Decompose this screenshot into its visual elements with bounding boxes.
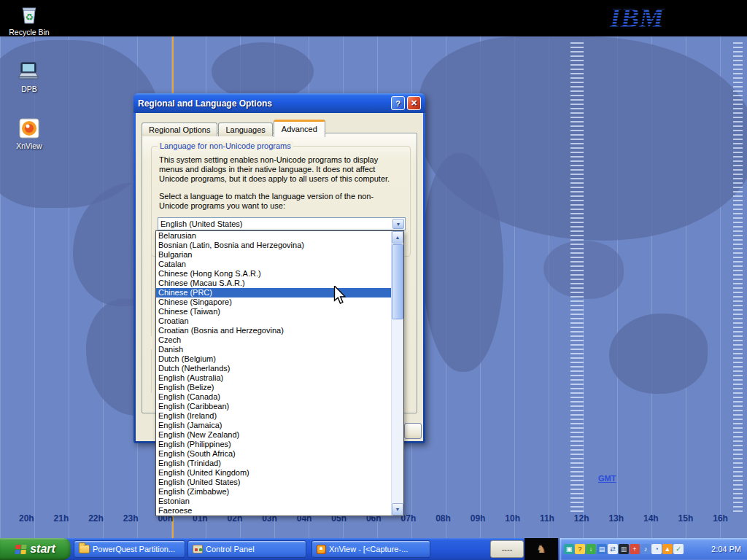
close-button[interactable]: ✕: [407, 96, 421, 110]
timezone-label: 15h: [678, 513, 694, 524]
timezone-label: 10h: [505, 513, 520, 524]
timezone-label: 11h: [540, 513, 554, 524]
tab-advanced[interactable]: Advanced: [274, 120, 325, 137]
list-item[interactable]: Dutch (Belgium): [156, 354, 391, 364]
tray-icon-9[interactable]: ◔: [651, 544, 662, 554]
list-item[interactable]: Chinese (Singapore): [156, 298, 391, 307]
taskbar-app-block[interactable]: ♞: [525, 538, 558, 560]
timezone-hatch-band: [733, 42, 743, 515]
xnview-icon: [18, 132, 40, 141]
groupbox-instruction: Select a language to match the language …: [159, 192, 401, 211]
list-item[interactable]: Catalan: [156, 260, 391, 269]
system-tray: ▣?↓▤⇄▥+♪◔▲✓ 2:04 PM: [559, 538, 747, 560]
timezone-label: 16h: [713, 513, 728, 524]
scroll-up-button[interactable]: ▲: [392, 231, 403, 244]
list-item[interactable]: English (South Africa): [156, 449, 391, 459]
desktop-icon-label: XnView: [6, 141, 53, 150]
taskbar: start PowerQuest Partition... Control Pa…: [0, 538, 747, 560]
list-item[interactable]: Chinese (PRC): [156, 288, 391, 298]
chevron-down-icon[interactable]: ▼: [392, 219, 404, 229]
list-item[interactable]: Belarusian: [156, 231, 391, 241]
list-item[interactable]: Croatian (Bosnia and Herzegovina): [156, 326, 391, 335]
timezone-label: 23h: [123, 513, 139, 524]
list-item[interactable]: English (Trinidad): [156, 459, 391, 468]
tab-strip: Regional Options Languages Advanced: [142, 120, 326, 136]
tab-regional-options[interactable]: Regional Options: [142, 122, 217, 136]
list-item[interactable]: English (New Zealand): [156, 430, 391, 440]
taskbar-clock: 2:04 PM: [707, 545, 741, 553]
start-button-label: start: [30, 542, 55, 556]
timezone-label: 20h: [19, 513, 34, 524]
list-item[interactable]: English (United Kingdom): [156, 468, 391, 478]
apply-button-fragment[interactable]: [404, 423, 422, 439]
tab-languages[interactable]: Languages: [218, 122, 272, 136]
groupbox-description: This system setting enables non-Unicode …: [159, 155, 401, 184]
dialog-title: Regional and Language Options: [138, 98, 272, 109]
tray-icon-1[interactable]: ▣: [564, 544, 574, 554]
list-item[interactable]: Dutch (Netherlands): [156, 364, 391, 373]
list-item[interactable]: English (United States): [156, 478, 391, 487]
svg-text:♻: ♻: [25, 12, 34, 23]
tray-icon-11[interactable]: ✓: [673, 544, 684, 554]
list-item[interactable]: Chinese (Taiwan): [156, 307, 391, 316]
list-item[interactable]: Bosnian (Latin, Bosnia and Herzegovina): [156, 241, 391, 250]
list-item[interactable]: English (Caribbean): [156, 402, 391, 411]
list-item[interactable]: Danish: [156, 345, 391, 354]
task-label: PowerQuest Partition...: [93, 545, 175, 553]
tray-icon-5[interactable]: ⇄: [608, 544, 618, 554]
landmass: [609, 314, 708, 394]
tray-icon-7[interactable]: +: [630, 544, 640, 554]
list-item[interactable]: English (Jamaica): [156, 421, 391, 430]
list-item[interactable]: Croatian: [156, 316, 391, 326]
scrollbar-thumb[interactable]: [392, 244, 403, 319]
list-item[interactable]: Chinese (Hong Kong S.A.R.): [156, 269, 391, 279]
tray-icon-8[interactable]: ♪: [640, 544, 651, 554]
list-item[interactable]: Estonian: [156, 497, 391, 506]
taskbar-task-powerquest[interactable]: PowerQuest Partition...: [74, 540, 185, 558]
list-item[interactable]: Bulgarian: [156, 250, 391, 260]
task-label: Control Panel: [206, 545, 255, 553]
taskbar-task-control-panel[interactable]: Control Panel: [187, 540, 306, 558]
timezone-label: 12h: [574, 513, 589, 524]
scroll-down-button[interactable]: ▼: [392, 503, 403, 516]
help-button[interactable]: ?: [391, 96, 405, 110]
list-item[interactable]: English (Australia): [156, 373, 391, 383]
tray-icon-2[interactable]: ?: [575, 544, 585, 554]
tray-icon-10[interactable]: ▲: [662, 544, 673, 554]
tray-icon-3[interactable]: ↓: [586, 544, 596, 554]
list-item[interactable]: English (Canada): [156, 392, 391, 402]
list-item[interactable]: Czech: [156, 335, 391, 345]
laptop-icon: [17, 75, 42, 84]
list-item[interactable]: English (Zimbabwe): [156, 487, 391, 497]
combobox-value: English (United States): [158, 219, 392, 228]
list-item[interactable]: English (Ireland): [156, 411, 391, 421]
list-item[interactable]: Chinese (Macau S.A.R.): [156, 279, 391, 288]
start-button[interactable]: start: [0, 538, 71, 560]
gmt-label: GMT: [598, 474, 616, 483]
language-combobox[interactable]: English (United States) ▼: [158, 217, 406, 230]
folder-icon: [79, 545, 90, 553]
desktop-icon-xnview[interactable]: XnView: [6, 117, 53, 150]
list-item[interactable]: English (Belize): [156, 383, 391, 392]
taskbar-task-xnview[interactable]: XnView - [<Capture-...: [311, 540, 430, 558]
timezone-label: 14h: [643, 513, 659, 524]
mouse-cursor: [333, 286, 347, 307]
timezone-label: 13h: [608, 513, 624, 524]
scrollbar-track[interactable]: ▲ ▼: [391, 231, 403, 516]
tray-icon-6[interactable]: ▥: [619, 544, 629, 554]
desktop-icon-recycle-bin[interactable]: ♻ Recycle Bin: [6, 4, 53, 36]
timezone-label: 21h: [54, 513, 69, 524]
landmass: [212, 42, 314, 101]
desktop-icon-dpb[interactable]: DPB: [6, 61, 53, 93]
windows-flag-icon: [15, 545, 26, 554]
timezone-hatch-band: [570, 42, 584, 515]
list-item[interactable]: Faeroese: [156, 506, 391, 516]
tray-icon-4[interactable]: ▤: [597, 544, 607, 554]
taskbar-task-dashes[interactable]: ----: [490, 540, 524, 558]
desktop-icon-label: DPB: [6, 85, 53, 93]
list-item[interactable]: English (Philippines): [156, 440, 391, 449]
language-dropdown-list: BelarusianBosnian (Latin, Bosnia and Her…: [155, 230, 404, 516]
dialog-titlebar[interactable]: Regional and Language Options ? ✕: [133, 93, 425, 113]
desktop: 20h21h22h23h00h01h02h03h04h05h06h07h08h0…: [0, 0, 747, 560]
groupbox-edge-fragment: [151, 349, 152, 393]
